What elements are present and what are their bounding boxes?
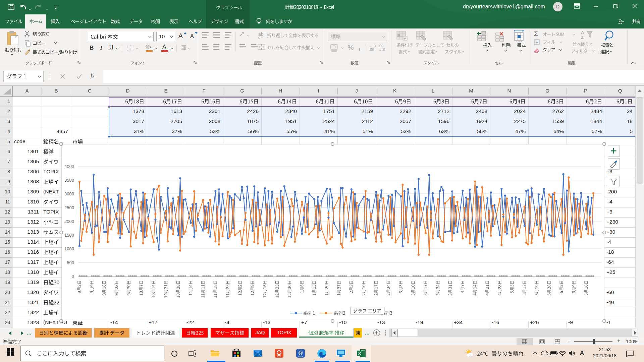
svg-text:3000: 3000 bbox=[64, 191, 74, 196]
svg-text:2500: 2500 bbox=[64, 205, 74, 210]
svg-text:X: X bbox=[358, 351, 361, 356]
svg-text:4000: 4000 bbox=[64, 164, 74, 169]
svg-text:500: 500 bbox=[67, 260, 74, 265]
svg-text:0: 0 bbox=[72, 274, 74, 279]
svg-text:menu: menu bbox=[298, 355, 303, 357]
svg-text:1500: 1500 bbox=[64, 233, 74, 238]
svg-text:≠: ≠ bbox=[404, 37, 406, 41]
svg-text:2000: 2000 bbox=[64, 219, 74, 224]
svg-text:3500: 3500 bbox=[64, 178, 74, 183]
svg-text:@: @ bbox=[298, 350, 303, 355]
svg-text:1000: 1000 bbox=[64, 246, 74, 251]
